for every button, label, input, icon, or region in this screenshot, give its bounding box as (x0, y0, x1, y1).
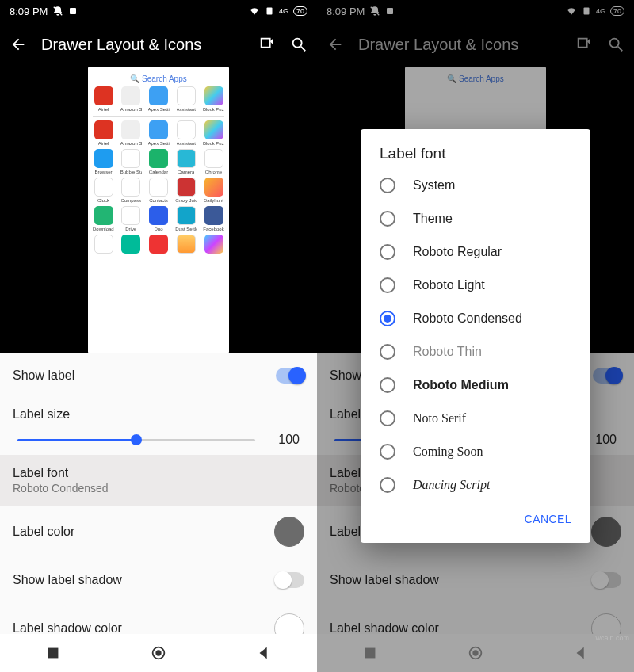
svg-point-11 (610, 39, 619, 48)
back-icon[interactable] (10, 36, 27, 53)
page-title: Drawer Layout & Icons (41, 36, 244, 54)
row-show-label[interactable]: Show label (0, 353, 317, 398)
nav-home-icon[interactable] (150, 644, 167, 662)
reset-icon (575, 36, 593, 53)
svg-rect-1 (70, 8, 76, 14)
label-color-swatch[interactable] (274, 517, 304, 547)
font-option-roboto-condensed[interactable]: Roboto Condensed (361, 302, 590, 335)
nav-recent-icon[interactable] (361, 644, 379, 662)
font-option-dancing-script[interactable]: Dancing Script (361, 468, 590, 502)
label-font-text: Label font (13, 466, 304, 480)
font-option-theme[interactable]: Theme (361, 202, 590, 235)
svg-rect-2 (266, 8, 272, 15)
card-icon (385, 6, 395, 16)
label-size-slider[interactable] (17, 439, 255, 441)
settings-list: Show label Label size 100 Label font Rob… (0, 353, 317, 655)
svg-rect-5 (48, 648, 58, 659)
battery-icon: 70 (293, 6, 307, 16)
app-bar: Drawer Layout & Icons (317, 22, 634, 67)
svg-rect-13 (365, 648, 375, 659)
row-label-font[interactable]: Label font Roboto Condensed (0, 455, 317, 506)
nav-back-icon[interactable] (572, 644, 590, 662)
nav-recent-icon[interactable] (44, 644, 62, 662)
font-option-system[interactable]: System (361, 169, 590, 202)
show-label-shadow-switch[interactable] (276, 572, 304, 588)
watermark: wcaln.com (595, 634, 629, 642)
cancel-button[interactable]: CANCEL (518, 506, 578, 532)
back-icon (327, 36, 344, 53)
sim-icon (582, 6, 591, 17)
phone-left: 8:09 PM 4G 70 Drawer Layout & Icons 🔍 Se… (0, 0, 317, 672)
app-bar: Drawer Layout & Icons (0, 22, 317, 67)
drawer-preview: 🔍 Search Apps Airtel Amazon Sh.. Apex Se… (88, 67, 229, 353)
status-bar: 8:09 PM 4G 70 (317, 0, 634, 22)
wifi-icon (249, 6, 260, 17)
dialog-title: Label font (361, 145, 590, 169)
nav-bar (0, 634, 317, 672)
svg-rect-10 (583, 8, 589, 15)
font-option-roboto-thin[interactable]: Roboto Thin (361, 335, 590, 368)
svg-line-12 (618, 47, 623, 52)
preview-area: 🔍 Search Apps Airtel Amazon Sh.. Apex Se… (0, 67, 317, 353)
svg-point-7 (155, 650, 161, 655)
label-color-text: Label color (13, 525, 274, 539)
show-label-shadow-text: Show label shadow (13, 573, 276, 587)
font-option-coming-soon[interactable]: Coming Soon (361, 435, 590, 468)
dnd-icon (52, 6, 63, 17)
font-option-roboto-medium[interactable]: Roboto Medium (361, 368, 590, 402)
label-font-value: Roboto Condensed (13, 482, 304, 494)
wifi-icon (566, 6, 577, 17)
card-icon (68, 6, 78, 16)
search-icon[interactable] (290, 36, 307, 53)
row-label-color[interactable]: Label color (0, 506, 317, 558)
row-label-size: Label size 100 (0, 398, 317, 455)
reset-icon[interactable] (258, 36, 276, 53)
status-time: 8:09 PM (10, 6, 48, 17)
nav-bar (317, 634, 634, 672)
svg-point-15 (472, 650, 478, 655)
dnd-icon (369, 6, 380, 17)
row-show-label-shadow[interactable]: Show label shadow (0, 558, 317, 602)
show-label-switch[interactable] (276, 368, 304, 384)
sim-icon (265, 6, 274, 17)
svg-line-4 (301, 47, 306, 52)
font-option-roboto-light[interactable]: Roboto Light (361, 269, 590, 302)
nav-home-icon[interactable] (467, 644, 484, 662)
search-icon (607, 36, 624, 53)
label-font-dialog: Label font System Theme Roboto Regular R… (361, 129, 590, 543)
preview-search: 🔍 Search Apps (93, 71, 224, 86)
font-option-roboto-regular[interactable]: Roboto Regular (361, 235, 590, 269)
status-bar: 8:09 PM 4G 70 (0, 0, 317, 22)
font-option-noto-serif[interactable]: Noto Serif (361, 402, 590, 435)
svg-point-3 (293, 39, 302, 48)
label-size-value: 100 (268, 433, 300, 447)
svg-rect-9 (387, 8, 393, 14)
network-icon: 4G (279, 7, 288, 15)
show-label-text: Show label (13, 368, 276, 383)
app-zone: Drawer Layout & Icons 🔍 Search Apps Airt… (0, 22, 317, 353)
nav-back-icon[interactable] (255, 644, 273, 662)
preview-row: Airtel Amazon Sh.. Apex Settin.. Assista… (93, 86, 224, 112)
phone-right: 8:09 PM 4G 70 Drawer Layout & Icons 🔍 Se… (317, 0, 634, 672)
label-size-text: Label size (13, 407, 304, 422)
